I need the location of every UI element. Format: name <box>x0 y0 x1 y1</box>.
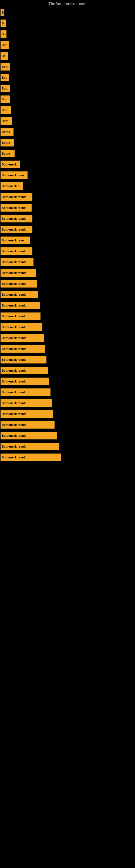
bar-item: Bottleneck result <box>1 334 44 342</box>
bar-label: Bottleneck result <box>2 206 26 209</box>
bar-label: Bottleneck result <box>2 315 26 318</box>
bar-row: Bo <box>0 51 135 61</box>
bar-row: Bot <box>0 40 135 51</box>
bar-item: Bott <box>1 95 10 103</box>
bar-row: Bottleneck result <box>0 333 135 343</box>
bar-label: Bott <box>2 98 8 101</box>
site-title: TheBottlenecker.com <box>0 0 135 7</box>
bar-item: Bottleneck result <box>1 432 57 439</box>
bar-label: Bottleneck result <box>2 326 26 329</box>
bar-item: Bottleneck result <box>1 367 48 374</box>
bar-row: Bottleneck result <box>0 441 135 452</box>
bar-label: Bottleneck result <box>2 401 26 405</box>
bar-label: B <box>2 11 4 14</box>
bar-row: Bottleneck result <box>0 365 135 376</box>
bar-label: Bo <box>2 54 6 58</box>
bar-label: Bottleneck r <box>2 184 19 188</box>
bar-item: Bott <box>1 85 10 92</box>
bar-row: Bottleneck result <box>0 257 135 268</box>
bar-label: Bottleneck result <box>2 250 26 253</box>
bar-label: Bot <box>2 76 6 79</box>
bar-label: B <box>2 22 4 25</box>
bar-item: Bottleneck result <box>1 302 40 309</box>
bar-label: Bo <box>2 33 6 36</box>
bar-row: Bottleneck result <box>0 387 135 398</box>
bar-item: Bo <box>1 52 8 60</box>
bar-label: Bottle <box>2 141 10 144</box>
bar-row: Bottleneck result <box>0 268 135 278</box>
bar-label: Bottleneck result <box>2 445 26 448</box>
bar-label: Bottleneck result <box>2 260 26 264</box>
bar-row: Bottleneck result <box>0 311 135 322</box>
bar-item: B <box>1 9 4 16</box>
bar-row: Bottleneck result <box>0 452 135 463</box>
bar-label: Bottle <box>2 130 10 133</box>
bar-item: Bottle <box>1 128 13 135</box>
bar-item: Bottleneck result <box>1 378 49 385</box>
bar-row: Bottleneck result <box>0 430 135 441</box>
bar-label: Bottleneck result <box>2 195 26 198</box>
bar-row: Bot <box>0 72 135 83</box>
bar-row: Bottle <box>0 148 135 159</box>
bar-item: Bottleneck resu <box>1 237 30 244</box>
bar-row: Bottleneck result <box>0 246 135 257</box>
bar-item: Bottleneck result <box>1 193 32 201</box>
bar-item: Bottleneck result <box>1 204 32 212</box>
bar-row: Bottleneck resu <box>0 170 135 181</box>
bar-item: Bottleneck result <box>1 280 37 287</box>
bar-row: Bottleneck result <box>0 300 135 311</box>
bar-item: Bottleneck result <box>1 247 32 255</box>
bar-label: Bottleneck <box>2 163 17 166</box>
bar-row: B <box>0 7 135 18</box>
bar-item: Bottle <box>1 150 14 157</box>
bar-label: Bottleneck result <box>2 412 26 415</box>
bar-label: Bottleneck result <box>2 456 26 459</box>
bar-row: Bottleneck result <box>0 213 135 224</box>
bar-item: Bottleneck result <box>1 421 54 429</box>
bar-item: Bottleneck result <box>1 443 59 450</box>
bar-item: Bottleneck result <box>1 410 53 418</box>
bars-container: BBBoBotBoBottBotBottBottBottBottlBottleB… <box>0 7 135 463</box>
bar-label: Bottleneck result <box>2 293 26 296</box>
bar-row: Bott <box>0 83 135 94</box>
bar-row: Bottleneck result <box>0 420 135 430</box>
bar-row: Bottleneck result <box>0 408 135 420</box>
bar-item: Bot <box>1 74 9 82</box>
bar-row: Bottleneck r <box>0 181 135 191</box>
bar-item: Bottleneck result <box>1 291 38 299</box>
bar-item: Bott <box>1 106 11 114</box>
bar-row: Bo <box>0 29 135 40</box>
bar-label: Bottleneck result <box>2 423 26 426</box>
bar-label: Bottleneck resu <box>2 239 24 242</box>
bar-label: Bot <box>2 43 6 46</box>
bar-row: Bottleneck <box>0 159 135 170</box>
bar-row: Bott <box>0 94 135 105</box>
bar-row: Bottl <box>0 116 135 126</box>
bar-row: B <box>0 18 135 29</box>
bar-item: Bottle <box>1 139 14 147</box>
bar-item: Bottleneck result <box>1 323 42 331</box>
bar-row: Bottle <box>0 137 135 148</box>
bar-item: Bot <box>1 41 9 49</box>
bar-item: Bottleneck result <box>1 312 41 320</box>
bar-item: Bottleneck resu <box>1 172 28 179</box>
bar-row: Bottleneck result <box>0 278 135 289</box>
bar-label: Bott <box>2 87 8 90</box>
bar-item: Bottleneck result <box>1 389 50 396</box>
bar-item: Bottl <box>1 117 12 125</box>
bar-label: Bottleneck result <box>2 358 26 361</box>
bar-label: Bottleneck result <box>2 282 26 285</box>
bar-row: Bottleneck result <box>0 191 135 203</box>
bar-label: Bott <box>2 65 8 68</box>
bar-item: Bottleneck result <box>1 215 32 222</box>
bar-label: Bottleneck result <box>2 434 26 437</box>
bar-label: Bottleneck result <box>2 336 26 340</box>
bar-item: Bo <box>1 30 6 38</box>
bar-label: Bottleneck result <box>2 380 26 383</box>
bar-row: Bottleneck result <box>0 203 135 213</box>
bar-label: Bott <box>2 108 8 112</box>
bar-label: Bottleneck result <box>2 271 26 275</box>
bar-label: Bottleneck result <box>2 217 26 220</box>
bar-label: Bottleneck result <box>2 391 26 394</box>
bar-label: Bottl <box>2 119 8 123</box>
